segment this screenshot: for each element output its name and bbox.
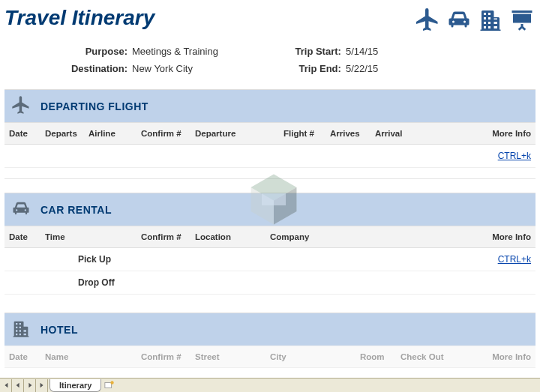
col-flight: Flight # — [284, 129, 330, 138]
svg-point-5 — [111, 381, 114, 384]
col-date: Date — [9, 352, 45, 361]
col-moreinfo: More Info — [477, 129, 531, 138]
sheet-options-icon[interactable] — [104, 380, 115, 391]
col-moreinfo: More Info — [477, 232, 531, 241]
destination-value: New York City — [132, 63, 193, 74]
car-dropoff-label: Drop Off — [45, 277, 141, 288]
car-icon — [446, 6, 472, 35]
col-city: City — [270, 352, 360, 361]
car-icon — [10, 198, 32, 221]
trip-start-label: Trip Start: — [263, 46, 346, 57]
col-arrival: Arrival — [375, 129, 477, 138]
section-header-car: CAR RENTAL — [4, 193, 536, 226]
col-moreinfo: More Info — [477, 352, 531, 361]
building-icon — [477, 6, 504, 35]
sheet-nav-next[interactable] — [24, 379, 36, 392]
svg-rect-4 — [105, 383, 112, 388]
building-icon — [10, 318, 32, 341]
hotel-columns: Date Name Confirm # Street City Room Che… — [4, 346, 536, 368]
presentation-icon — [508, 6, 536, 35]
col-company: Company — [270, 232, 477, 241]
col-date: Date — [9, 129, 45, 138]
sheet-nav-prev[interactable] — [12, 379, 24, 392]
flight-moreinfo-link[interactable]: CTRL+k — [477, 151, 531, 161]
col-name: Name — [45, 352, 141, 361]
col-departs: Departs — [45, 129, 88, 138]
car-pickup-row: Pick Up CTRL+k — [4, 248, 536, 271]
sheet-nav-last[interactable] — [36, 379, 48, 392]
flight-columns: Date Departs Airline Confirm # Departure… — [4, 122, 536, 145]
col-arrives: Arrives — [330, 129, 375, 138]
col-street: Street — [195, 352, 270, 361]
col-confirm: Confirm # — [141, 352, 195, 361]
col-departure: Departure — [195, 129, 284, 138]
destination-label: Destination: — [50, 63, 132, 74]
hotel-section-title: HOTEL — [40, 324, 78, 336]
sheet-tab-itinerary[interactable]: Itinerary — [50, 379, 101, 392]
car-pickup-label: Pick Up — [45, 254, 141, 265]
sheet-tab-bar: Itinerary — [0, 378, 540, 392]
col-location: Location — [195, 232, 270, 241]
section-header-hotel: HOTEL — [4, 313, 536, 346]
section-header-flight: DEPARTING FLIGHT — [4, 89, 536, 122]
col-room: Room — [360, 352, 400, 361]
flight-data-row: CTRL+k — [4, 145, 536, 168]
purpose-label: Purpose: — [50, 46, 132, 57]
sheet-nav-first[interactable] — [0, 379, 12, 392]
col-date: Date — [9, 232, 45, 241]
trip-end-value: 5/22/15 — [346, 63, 378, 74]
trip-end-label: Trip End: — [263, 63, 346, 74]
col-confirm: Confirm # — [141, 232, 195, 241]
airplane-icon — [10, 94, 32, 118]
car-moreinfo-link[interactable]: CTRL+k — [477, 254, 531, 265]
car-columns: Date Time Confirm # Location Company Mor… — [4, 226, 536, 248]
page-title: Travel Itinerary — [4, 6, 154, 30]
car-section-title: CAR RENTAL — [40, 204, 112, 216]
flight-section-title: DEPARTING FLIGHT — [40, 100, 148, 112]
purpose-value: Meetings & Training — [132, 46, 218, 57]
trip-start-value: 5/14/15 — [346, 46, 378, 57]
col-confirm: Confirm # — [141, 129, 195, 138]
col-time: Time — [45, 232, 141, 241]
col-airline: Airline — [88, 129, 141, 138]
col-checkout: Check Out — [400, 352, 477, 361]
car-dropoff-row: Drop Off — [4, 271, 536, 295]
airplane-icon — [414, 6, 441, 35]
